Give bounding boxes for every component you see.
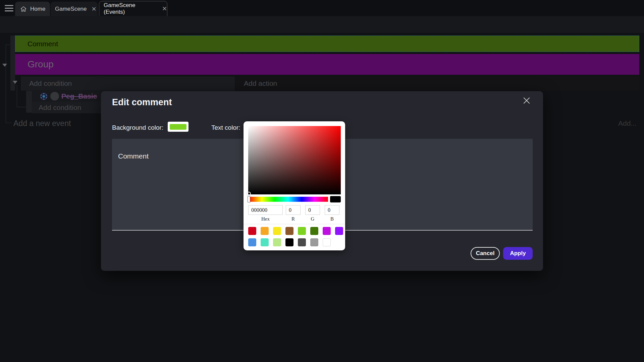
events-toolbar: Preview Publish (0, 16, 644, 33)
tab-home[interactable]: Home (15, 2, 50, 16)
preset-color-bd10e0[interactable] (323, 227, 331, 235)
preset-color-9b9b9b[interactable] (310, 238, 318, 246)
hex-input[interactable] (248, 205, 283, 215)
preset-color-f5a623[interactable] (261, 227, 269, 235)
tab-gamescene-events[interactable]: GameScene (Events) ✕ (99, 1, 167, 16)
preset-color-50e3c2[interactable] (261, 238, 269, 246)
saturation-gradient-area[interactable] (248, 126, 341, 194)
preset-color-8b572a[interactable] (285, 227, 293, 235)
background-color-label: Background color: (112, 124, 163, 131)
color-picker-popup: Hex R G B (244, 121, 345, 250)
tab-gamescene-label: GameScene (55, 6, 87, 12)
current-color-preview (330, 196, 341, 202)
preset-color-9013fe[interactable] (335, 227, 343, 235)
preset-color-f8e71c[interactable] (273, 227, 281, 235)
preset-colors-row-1 (248, 227, 343, 235)
preset-color-7ed321[interactable] (298, 227, 306, 235)
red-field-label: R (286, 216, 301, 222)
green-field-label: G (305, 216, 320, 222)
preset-color-4a90e2[interactable] (248, 238, 256, 246)
blue-field: B (325, 205, 339, 222)
hue-slider-handle[interactable] (248, 196, 250, 202)
saturation-cursor[interactable] (247, 192, 251, 196)
blue-field-label: B (325, 216, 339, 222)
tab-gamescene-events-close-icon[interactable]: ✕ (162, 6, 167, 12)
main-menu-icon[interactable] (5, 5, 13, 11)
apply-button[interactable]: Apply (503, 247, 533, 260)
tab-gamescene[interactable]: GameScene ✕ (51, 2, 98, 16)
tab-home-label: Home (30, 6, 45, 12)
tab-gamescene-events-label: GameScene (Events) (104, 2, 157, 15)
red-input[interactable] (286, 205, 301, 215)
dialog-title: Edit comment (112, 97, 172, 108)
preset-color-b8e986[interactable] (273, 238, 281, 246)
comment-text-value: Comment (118, 152, 149, 160)
blue-input[interactable] (325, 205, 339, 215)
preset-colors-row-2 (248, 238, 331, 246)
green-field: G (305, 205, 320, 222)
preset-color-417505[interactable] (310, 227, 318, 235)
cancel-button[interactable]: Cancel (471, 247, 500, 260)
preset-color-d0021b[interactable] (248, 227, 256, 235)
red-field: R (286, 205, 301, 222)
preset-color-4a4a4a[interactable] (298, 238, 306, 246)
preset-color-000000[interactable] (285, 238, 293, 246)
background-color-swatch-button[interactable] (168, 122, 189, 132)
gdevelop-app-window: Home GameScene ✕ GameScene (Events) ✕ Pr… (0, 0, 644, 362)
hue-slider[interactable] (248, 197, 328, 202)
tab-gamescene-close-icon[interactable]: ✕ (92, 6, 97, 12)
hex-field: Hex (248, 205, 283, 222)
tab-bar: Home GameScene ✕ GameScene (Events) ✕ (0, 0, 644, 16)
preset-color-ffffff[interactable] (323, 238, 331, 246)
home-icon (20, 6, 27, 12)
green-input[interactable] (305, 205, 320, 215)
text-color-label: Text color: (211, 124, 240, 131)
dialog-close-icon[interactable] (522, 96, 531, 105)
hex-field-label: Hex (248, 216, 283, 222)
